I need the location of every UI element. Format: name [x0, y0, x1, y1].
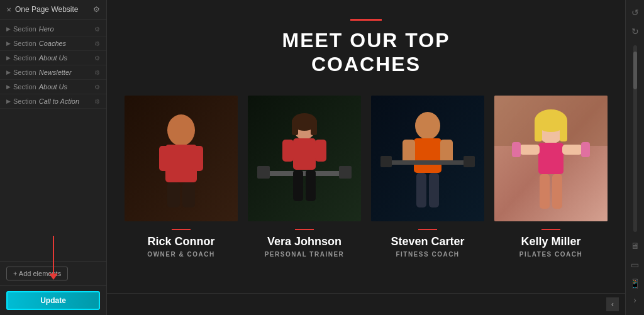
svg-rect-42 — [512, 142, 521, 157]
coach-role-kelly: PILATES COACH — [519, 251, 582, 258]
svg-rect-41 — [562, 145, 582, 155]
collapse-button[interactable]: ‹ — [606, 297, 619, 311]
section-label: Section — [13, 25, 36, 33]
main-content: MEET OUR TOP COACHES — [107, 0, 625, 315]
coach-card-vera: Vera Johnson PERSONAL TRAINER — [248, 96, 361, 258]
svg-rect-12 — [292, 119, 298, 135]
coach-image-steven — [371, 96, 484, 221]
coach-image-rick — [125, 96, 238, 221]
svg-rect-21 — [306, 170, 316, 201]
section-expand-arrow: ▶ — [6, 55, 11, 61]
section-label: Section — [13, 54, 36, 62]
svg-rect-38 — [560, 119, 567, 141]
sidebar-section-item[interactable]: ▶ Section Coaches ⚙ — [0, 36, 106, 51]
coaches-title: MEET OUR TOP COACHES — [282, 28, 450, 77]
section-expand-arrow: ▶ — [6, 84, 11, 90]
app-title: One Page Website — [15, 5, 79, 14]
sidebar-section-item[interactable]: ▶ Section Newsletter ⚙ — [0, 65, 106, 80]
section-gear-icon[interactable]: ⚙ — [94, 84, 100, 91]
svg-rect-30 — [464, 156, 475, 167]
sidebar-title: ✕ One Page Website — [6, 5, 79, 14]
section-label: Section — [13, 97, 36, 105]
coach-name-vera: Vera Johnson — [267, 235, 341, 248]
coach-role-vera: PERSONAL TRAINER — [265, 251, 345, 258]
section-name: About Us — [39, 54, 67, 62]
sidebar-footer: Update — [0, 285, 106, 315]
coaches-section: MEET OUR TOP COACHES — [107, 0, 625, 293]
sidebar-section-item[interactable]: ▶ Section About Us ⚙ — [0, 51, 106, 65]
svg-point-2 — [167, 114, 195, 146]
section-label: Section — [13, 69, 36, 76]
coach-divider-steven — [418, 229, 437, 230]
svg-rect-39 — [538, 143, 564, 174]
right-panel: ↺ ↻ 🖥 ▭ 📱 › — [625, 0, 644, 315]
update-button[interactable]: Update — [6, 291, 100, 310]
section-gear-icon[interactable]: ⚙ — [94, 98, 100, 105]
section-gear-icon[interactable]: ⚙ — [94, 26, 100, 33]
svg-point-24 — [415, 112, 440, 140]
section-divider — [350, 19, 382, 21]
coach-role-steven: FITNESS COACH — [396, 251, 459, 258]
add-elements-button[interactable]: + Add elements — [6, 267, 68, 280]
coach-card-steven: Steven Carter FITNESS COACH — [371, 96, 484, 258]
svg-rect-14 — [293, 138, 316, 170]
svg-rect-37 — [535, 119, 542, 141]
section-expand-arrow: ▶ — [6, 69, 11, 75]
coach-image-vera — [248, 96, 361, 221]
svg-rect-26 — [402, 140, 415, 163]
close-icon[interactable]: ✕ — [6, 6, 11, 13]
coach-card-kelly: Kelly Miller PILATES COACH — [494, 96, 608, 258]
arrow-head — [49, 274, 58, 280]
section-gear-icon[interactable]: ⚙ — [94, 55, 100, 62]
scrollbar-thumb — [633, 52, 637, 89]
svg-rect-16 — [315, 140, 326, 162]
mobile-icon[interactable]: 📱 — [627, 276, 643, 291]
expand-icon[interactable]: › — [633, 295, 636, 305]
svg-rect-6 — [167, 182, 180, 207]
svg-rect-13 — [311, 119, 317, 135]
bottom-bar: ‹ — [107, 293, 625, 315]
section-label: Section — [13, 40, 36, 47]
svg-rect-43 — [581, 142, 590, 157]
sidebar: ✕ One Page Website ⚙ ▶ Section Hero ⚙ ▶ … — [0, 0, 107, 315]
section-name: Newsletter — [39, 69, 72, 76]
svg-rect-31 — [416, 173, 426, 207]
svg-rect-7 — [182, 182, 195, 207]
undo-icon[interactable]: ↺ — [629, 5, 641, 20]
coach-card-rick: Rick Connor OWNER & COACH — [125, 96, 238, 258]
coach-name-rick: Rick Connor — [147, 235, 214, 248]
coach-name-steven: Steven Carter — [391, 235, 464, 248]
scrollbar[interactable] — [633, 45, 637, 232]
svg-rect-15 — [282, 140, 294, 162]
svg-rect-44 — [540, 174, 550, 209]
gear-icon[interactable]: ⚙ — [93, 5, 100, 14]
svg-rect-25 — [414, 138, 441, 173]
svg-rect-20 — [293, 170, 303, 201]
section-expand-arrow: ▶ — [6, 40, 11, 47]
desktop-icon[interactable]: 🖥 — [628, 238, 642, 253]
tablet-icon[interactable]: ▭ — [628, 257, 641, 272]
section-name: About Us — [39, 83, 67, 91]
redo-icon[interactable]: ↻ — [629, 24, 641, 39]
svg-rect-28 — [384, 160, 472, 165]
sidebar-header: ✕ One Page Website ⚙ — [0, 0, 106, 19]
section-gear-icon[interactable]: ⚙ — [94, 69, 100, 76]
arrow-indicator — [49, 236, 58, 280]
coach-divider-kelly — [541, 229, 560, 230]
svg-rect-19 — [339, 166, 352, 179]
sidebar-section-item[interactable]: ▶ Section Call to Action ⚙ — [0, 94, 106, 109]
svg-rect-40 — [519, 145, 540, 155]
section-gear-icon[interactable]: ⚙ — [94, 40, 100, 47]
coach-divider-rick — [172, 229, 191, 230]
section-expand-arrow: ▶ — [6, 26, 11, 32]
svg-rect-17 — [260, 171, 348, 176]
section-label: Section — [13, 83, 36, 91]
section-name: Call to Action — [39, 97, 79, 105]
coach-divider-vera — [295, 229, 314, 230]
svg-rect-27 — [440, 140, 453, 163]
sidebar-sections: ▶ Section Hero ⚙ ▶ Section Coaches ⚙ ▶ S… — [0, 19, 106, 261]
svg-rect-4 — [159, 146, 170, 171]
svg-rect-18 — [257, 166, 270, 179]
sidebar-section-item[interactable]: ▶ Section Hero ⚙ — [0, 22, 106, 36]
sidebar-section-item[interactable]: ▶ Section About Us ⚙ — [0, 80, 106, 94]
